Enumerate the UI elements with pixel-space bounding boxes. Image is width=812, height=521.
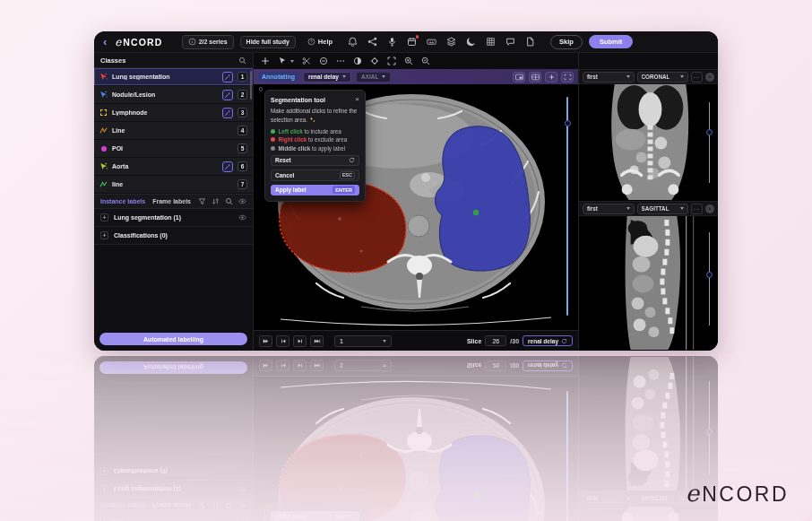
frame-controls: 1 Slice /30 renal delay: [254, 330, 578, 351]
share-icon[interactable]: [367, 37, 377, 47]
help-button[interactable]: Help: [307, 38, 333, 46]
seed-point: [473, 210, 479, 215]
reset-button[interactable]: Reset: [271, 155, 359, 167]
zoom-out-icon[interactable]: [421, 56, 430, 65]
step-forward-button[interactable]: [293, 335, 307, 347]
loop-icon: [561, 338, 567, 344]
sagittal-slider-track[interactable]: [709, 232, 710, 326]
polyline-icon: [99, 180, 108, 188]
filter-icon[interactable]: [198, 197, 206, 205]
apply-label-button[interactable]: Apply label ENTER: [271, 185, 359, 196]
sagittal-plane-select[interactable]: SAGITTAL: [637, 204, 689, 214]
more-icon[interactable]: ···: [691, 204, 703, 214]
hide-full-study-button[interactable]: Hide full study: [240, 36, 296, 48]
layers-icon[interactable]: [446, 37, 456, 47]
coronal-viewport[interactable]: [579, 84, 718, 201]
watermark-e: e: [686, 480, 702, 507]
add-view-icon[interactable]: [545, 72, 557, 82]
document-icon[interactable]: [525, 37, 535, 47]
skip-button[interactable]: Skip: [550, 35, 583, 49]
close-icon[interactable]: ×: [705, 73, 714, 82]
grid-icon[interactable]: [486, 37, 496, 47]
search-icon[interactable]: [225, 197, 233, 205]
sagittal-slider-handle[interactable]: [706, 272, 713, 278]
app-body: Classes Lung segmentation 1 Nodule/Lesio…: [94, 53, 718, 351]
class-item-lung-segmentation[interactable]: Lung segmentation 1: [94, 68, 253, 85]
auto-segment-wand-button[interactable]: [222, 90, 233, 100]
coronal-slider-handle[interactable]: [706, 129, 713, 135]
microphone-icon[interactable]: [387, 37, 397, 47]
slice-slider-handle[interactable]: [565, 120, 571, 126]
slice-slider-track[interactable]: [566, 97, 569, 316]
skip-to-end-button[interactable]: [310, 335, 324, 347]
class-item-aorta[interactable]: Aorta 6: [94, 158, 253, 175]
sagittal-series-select[interactable]: first: [583, 204, 635, 214]
search-icon[interactable]: [238, 56, 246, 65]
expand-icon[interactable]: +: [100, 231, 108, 239]
contrast-icon[interactable]: [353, 56, 362, 65]
coronal-slider-track[interactable]: [709, 102, 710, 183]
fullscreen-icon[interactable]: [387, 56, 396, 65]
info-icon: [188, 38, 196, 46]
bell-icon[interactable]: [348, 37, 358, 47]
chevron-down-icon: [382, 75, 385, 78]
pan-plus-icon[interactable]: [261, 56, 270, 65]
auto-segment-wand-button[interactable]: [222, 161, 233, 172]
chat-icon[interactable]: [505, 37, 515, 47]
tab-instance-labels[interactable]: Instance labels: [100, 198, 145, 204]
zoom-in-icon[interactable]: [404, 56, 413, 65]
automated-labelling-button[interactable]: Automated labelling: [99, 333, 247, 345]
enter-key-hint: ENTER: [333, 186, 355, 194]
main-viewer-column: Annotating renal delay AXIAL: [254, 53, 578, 351]
frame-select[interactable]: 1: [334, 335, 392, 347]
auto-segment-wand-button[interactable]: [222, 108, 233, 118]
cancel-button[interactable]: Cancel ESC: [271, 169, 359, 181]
class-item-nodule-lesion[interactable]: Nodule/Lesion 2: [94, 86, 253, 103]
crosshair-icon[interactable]: [370, 56, 379, 65]
close-icon[interactable]: ×: [355, 96, 359, 103]
plane-select[interactable]: AXIAL: [356, 72, 392, 82]
skip-to-start-button[interactable]: [259, 335, 272, 347]
scissors-icon[interactable]: [302, 56, 311, 65]
instance-group-lung-segmentation[interactable]: + Lung segmentation (1): [94, 209, 253, 227]
series-select[interactable]: renal delay: [303, 72, 351, 82]
more-icon[interactable]: ···: [691, 72, 703, 82]
layout-grid-icon[interactable]: [529, 72, 541, 82]
expand-icon[interactable]: [561, 72, 574, 82]
submit-button[interactable]: Submit: [589, 35, 633, 48]
calendar-icon[interactable]: [407, 37, 417, 47]
coronal-ct-image[interactable]: [579, 84, 718, 200]
logo-rest: NCORD: [123, 37, 163, 48]
tab-frame-labels[interactable]: Frame labels: [152, 198, 191, 204]
classifications-group[interactable]: + Classifications (0): [94, 227, 253, 245]
sagittal-ct-image[interactable]: [579, 216, 718, 350]
cursor-tool-icon[interactable]: [278, 53, 294, 69]
question-icon: [307, 38, 315, 46]
close-icon[interactable]: ×: [705, 204, 714, 213]
slice-number-input[interactable]: [485, 335, 506, 346]
class-item-lymphnode[interactable]: Lymphnode 3: [94, 104, 253, 121]
back-button[interactable]: ‹: [103, 36, 107, 48]
remove-circle-icon[interactable]: [319, 56, 328, 65]
keyboard-icon[interactable]: [427, 37, 436, 47]
sparkles-icon: [309, 117, 315, 123]
coronal-series-select[interactable]: first: [583, 72, 635, 82]
scrollbar-thumb[interactable]: [250, 71, 253, 100]
axial-viewport[interactable]: 0 Segmentation tool × Make additional cl…: [254, 84, 578, 330]
class-item-poi[interactable]: POI 5: [94, 140, 253, 157]
dark-mode-moon-icon[interactable]: [466, 37, 476, 47]
series-count-pill[interactable]: 2/2 series: [182, 35, 234, 49]
coronal-plane-select[interactable]: CORONAL: [637, 72, 689, 82]
expand-icon[interactable]: +: [100, 213, 108, 221]
eye-icon[interactable]: [238, 213, 246, 221]
auto-segment-wand-button[interactable]: [222, 72, 233, 82]
layout-pip-icon[interactable]: [513, 72, 525, 82]
series-badge[interactable]: renal delay: [523, 335, 573, 346]
step-back-button[interactable]: [276, 335, 289, 347]
sagittal-viewport[interactable]: [579, 216, 718, 351]
eye-icon[interactable]: [238, 197, 246, 205]
class-item-line[interactable]: Line 4: [94, 122, 253, 139]
sort-icon[interactable]: [212, 197, 220, 205]
more-icon[interactable]: [336, 56, 345, 65]
class-item-line-lower[interactable]: line 7: [94, 176, 253, 193]
